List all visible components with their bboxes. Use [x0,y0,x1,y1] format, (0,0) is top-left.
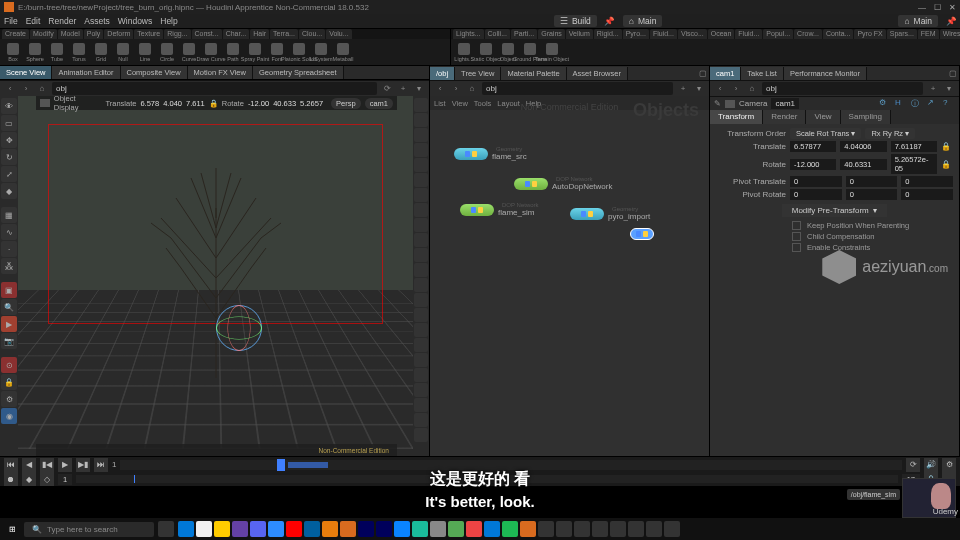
taskbar-app-1[interactable] [196,521,212,537]
desktop-selector[interactable]: ☰Build [554,15,597,27]
shelf-tool-platonic-solids[interactable]: Platonic Solids [288,40,310,64]
lock-icon[interactable]: 🔒 [1,374,17,390]
xform-order-dropdown[interactable]: Scale Rot Trans ▾ [790,128,861,139]
menu-file[interactable]: File [4,16,18,26]
d22-icon[interactable] [414,413,428,427]
move-tool-icon[interactable]: ✥ [1,132,17,148]
nav-menu-icon[interactable]: ▾ [413,83,425,95]
display-opt-icon[interactable] [414,98,428,112]
close-button[interactable]: ✕ [949,3,956,12]
tab-scene-view[interactable]: Scene View [0,66,52,79]
tab-asset-browser[interactable]: Asset Browser [567,67,628,80]
menu-help[interactable]: Help [160,16,177,26]
next-frame-button[interactable]: ▶▮ [76,458,90,472]
tab-animation-editor[interactable]: Animation Editor [52,66,120,79]
taskbar-app-10[interactable] [358,521,374,537]
render-region-icon[interactable]: ▣ [1,282,17,298]
inspect-icon[interactable]: 🔍 [1,299,17,315]
nav-sync-icon[interactable]: ⟳ [381,83,393,95]
d16-icon[interactable] [414,323,428,337]
nav-back-icon[interactable]: ‹ [4,83,16,95]
node-AutoDopNetwork[interactable]: DOP NetworkAutoDopNetwork [514,176,612,191]
menu-edit[interactable]: Edit [26,16,41,26]
nav-menu-icon[interactable]: ▾ [943,83,955,95]
node-flame_sim[interactable]: DOP Networkflame_sim [460,202,539,217]
pane-max-icon[interactable]: ▢ [947,67,959,79]
ptab-sampling[interactable]: Sampling [841,110,891,124]
ptx-field[interactable]: 0 [790,176,842,187]
taskbar-app-3[interactable] [232,521,248,537]
visualize-icon[interactable]: ◉ [1,408,17,424]
playhead[interactable] [277,459,285,471]
shelf-tool-l-system[interactable]: L-System [310,40,332,64]
shelf-tool-grid[interactable]: Grid [90,40,112,64]
taskbar-app-12[interactable] [394,521,410,537]
auto-key-button[interactable]: ⏺ [4,472,18,486]
taskbar-app-16[interactable] [466,521,482,537]
last-frame-button[interactable]: ⏭ [94,458,108,472]
tab-geometry-spreadsheet[interactable]: Geometry Spreadsheet [253,66,344,79]
taskbar-app-4[interactable] [250,521,266,537]
d2-icon[interactable] [414,113,428,127]
d23-icon[interactable] [414,428,428,442]
keep-pos-checkbox[interactable]: Keep Position When Parenting [792,221,953,230]
nav-menu-icon[interactable]: ▾ [693,83,705,95]
node-pyro_import[interactable]: Geometrypyro_import [570,206,650,221]
d4-icon[interactable] [414,143,428,157]
taskbar-app-15[interactable] [448,521,464,537]
d13-icon[interactable] [414,278,428,292]
play-button[interactable]: ▶ [58,458,72,472]
home-icon[interactable]: ⌂ [746,83,758,95]
tx-field[interactable]: 6.57877 [790,141,836,152]
pretransform-dropdown[interactable]: Modify Pre-Transform ▾ [782,204,888,217]
tab-obj[interactable]: /obj [430,67,455,80]
tab-performance-monitor[interactable]: Performance Monitor [784,67,867,80]
nav-plus-icon[interactable]: + [397,83,409,95]
help2-icon[interactable]: ? [943,98,955,110]
ptab-transform[interactable]: Transform [710,110,763,124]
nav-fwd-icon[interactable]: › [730,83,742,95]
snap-point-icon[interactable]: · [1,241,17,257]
rz-field[interactable]: 5.26572e-05 [891,154,937,174]
d20-icon[interactable] [414,383,428,397]
rx-field[interactable]: -12.000 [790,159,836,170]
d11-icon[interactable] [414,248,428,262]
jump-icon[interactable]: ↗ [927,98,939,110]
realtime-toggle[interactable]: ⟳ [906,458,920,472]
d3-icon[interactable] [414,128,428,142]
maximize-button[interactable]: ☐ [934,3,941,12]
menu-render[interactable]: Render [48,16,76,26]
tab-cam1[interactable]: cam1 [710,67,741,80]
task-view-icon[interactable] [158,521,174,537]
taskbar-app-6[interactable] [286,521,302,537]
shelf-tool-terrain-object[interactable]: Terrain Object [541,40,563,64]
taskbar-app-24[interactable] [610,521,626,537]
snap-multi-icon[interactable]: ⁂ [1,258,17,274]
display-options-icon[interactable]: ⚙ [1,391,17,407]
home-icon[interactable]: ⌂ [36,83,48,95]
shelf-tabs-left[interactable]: CreateModifyModelPolyDeformTextureRigg..… [0,29,450,39]
taskbar-app-2[interactable] [214,521,230,537]
shelf-tool-null[interactable]: Null [112,40,134,64]
taskbar-app-7[interactable] [304,521,320,537]
home-icon[interactable]: ⌂ [466,83,478,95]
taskbar-app-26[interactable] [646,521,662,537]
node-flame_src[interactable]: Geometryflame_src [454,146,527,161]
start-button[interactable]: ⊞ [4,521,20,537]
d8-icon[interactable] [414,203,428,217]
nav-plus-icon[interactable]: + [677,83,689,95]
tab-tree-view[interactable]: Tree View [455,67,501,80]
menu-windows[interactable]: Windows [118,16,152,26]
d6-icon[interactable] [414,173,428,187]
camera-select[interactable]: cam1 [365,98,393,109]
shelf-tool-sphere[interactable]: Sphere [24,40,46,64]
nav-fwd-icon[interactable]: › [20,83,32,95]
taskbar-app-20[interactable] [538,521,554,537]
nav-fwd-icon[interactable]: › [450,83,462,95]
d7-icon[interactable] [414,188,428,202]
shelf-tool-torus[interactable]: Torus [68,40,90,64]
taskbar-app-22[interactable] [574,521,590,537]
d21-icon[interactable] [414,398,428,412]
shelf-tool-tube[interactable]: Tube [46,40,68,64]
info-icon[interactable]: ⓘ [911,98,923,110]
